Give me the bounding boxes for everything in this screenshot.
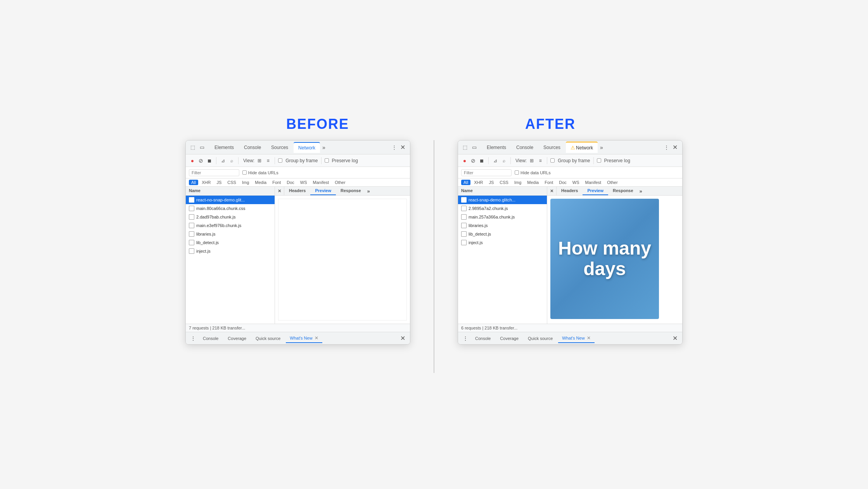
list-item[interactable]: react-snap-demo.glitch... bbox=[458, 196, 547, 204]
after-tab-network[interactable]: ⚠Network bbox=[566, 142, 598, 153]
before-filter-icon[interactable]: ⊿ bbox=[220, 157, 227, 164]
after-type-ws[interactable]: WS bbox=[570, 180, 582, 185]
before-tab-sources[interactable]: Sources bbox=[266, 142, 293, 153]
after-inspect-icon[interactable]: ⬚ bbox=[461, 144, 469, 151]
before-no-entry-icon[interactable]: ⊘ bbox=[197, 157, 204, 164]
before-tab-response[interactable]: Response bbox=[336, 187, 366, 195]
list-item[interactable]: react-no-snap-demo.glit... bbox=[186, 196, 275, 204]
after-col-close[interactable]: ✕ bbox=[547, 187, 557, 195]
list-item[interactable]: main.e3ef976b.chunk.js bbox=[186, 221, 275, 230]
before-type-doc[interactable]: Doc bbox=[284, 180, 297, 185]
before-type-other[interactable]: Other bbox=[332, 180, 348, 185]
after-mobile-icon[interactable]: ▭ bbox=[470, 144, 478, 151]
before-type-xhr[interactable]: XHR bbox=[199, 180, 213, 185]
before-bottom-whatsnew[interactable]: What's New ✕ bbox=[286, 334, 322, 343]
after-tab-console[interactable]: Console bbox=[512, 142, 538, 153]
before-bottom-console[interactable]: Console bbox=[199, 335, 222, 342]
after-bottom-whatsnew[interactable]: What's New ✕ bbox=[558, 334, 594, 343]
before-hide-urls-checkbox[interactable] bbox=[242, 170, 247, 175]
before-type-manifest[interactable]: Manifest bbox=[311, 180, 332, 185]
before-type-ws[interactable]: WS bbox=[298, 180, 310, 185]
after-bottom-close[interactable]: ✕ bbox=[671, 333, 679, 343]
before-inspect-icon[interactable]: ⬚ bbox=[189, 144, 197, 151]
after-type-all[interactable]: All bbox=[461, 180, 470, 185]
after-devtools-icons: ⬚ ▭ bbox=[461, 144, 478, 151]
after-bottom-whatsnew-close[interactable]: ✕ bbox=[587, 335, 591, 341]
before-bottom-coverage[interactable]: Coverage bbox=[224, 335, 250, 342]
before-type-img[interactable]: Img bbox=[240, 180, 251, 185]
after-type-css[interactable]: CSS bbox=[497, 180, 511, 185]
after-type-other[interactable]: Other bbox=[605, 180, 620, 185]
after-tab-preview[interactable]: Preview bbox=[583, 187, 608, 195]
after-view-list-icon[interactable]: ≡ bbox=[537, 157, 544, 164]
before-groupby-checkbox[interactable] bbox=[278, 158, 282, 163]
after-bottom-quicksource[interactable]: Quick source bbox=[524, 335, 557, 342]
before-bottom-quicksource[interactable]: Quick source bbox=[252, 335, 284, 342]
before-bottom-whatsnew-close[interactable]: ✕ bbox=[315, 335, 318, 341]
after-tab-close[interactable]: ✕ bbox=[671, 142, 679, 153]
before-bottom-close[interactable]: ✕ bbox=[399, 333, 407, 343]
after-preserve-checkbox[interactable] bbox=[597, 158, 601, 163]
before-type-css[interactable]: CSS bbox=[225, 180, 239, 185]
before-bottom-menu[interactable]: ⋮ bbox=[189, 334, 197, 343]
list-item[interactable]: inject.js bbox=[186, 247, 275, 255]
after-type-manifest[interactable]: Manifest bbox=[583, 180, 604, 185]
before-type-js[interactable]: JS bbox=[214, 180, 224, 185]
list-item[interactable]: 2.9895a7a2.chunk.js bbox=[458, 204, 547, 213]
after-view-grid-icon[interactable]: ⊞ bbox=[528, 157, 535, 164]
list-item[interactable]: 2.dad97bab.chunk.js bbox=[186, 213, 275, 221]
after-type-doc[interactable]: Doc bbox=[557, 180, 569, 185]
before-tab-menu[interactable]: ⋮ bbox=[390, 144, 398, 151]
before-col-close[interactable]: ✕ bbox=[275, 187, 284, 195]
after-type-media[interactable]: Media bbox=[525, 180, 541, 185]
before-tab-more[interactable]: » bbox=[321, 143, 327, 152]
after-camera-icon[interactable]: ◼ bbox=[478, 157, 485, 164]
before-record-icon[interactable]: ● bbox=[189, 157, 196, 164]
after-detail-more[interactable]: » bbox=[638, 187, 644, 195]
list-item[interactable]: inject.js bbox=[458, 238, 547, 247]
after-groupby-checkbox[interactable] bbox=[550, 158, 555, 163]
before-tab-elements[interactable]: Elements bbox=[210, 142, 239, 153]
after-filter-input[interactable] bbox=[461, 169, 512, 176]
list-item[interactable]: lib_detect.js bbox=[458, 230, 547, 238]
before-detail-more[interactable]: » bbox=[366, 187, 372, 195]
before-tab-preview[interactable]: Preview bbox=[310, 187, 336, 195]
list-item[interactable]: libraries.js bbox=[458, 221, 547, 230]
after-tab-response[interactable]: Response bbox=[608, 187, 638, 195]
after-no-entry-icon[interactable]: ⊘ bbox=[470, 157, 477, 164]
before-type-all[interactable]: All bbox=[189, 180, 198, 185]
before-type-font[interactable]: Font bbox=[270, 180, 283, 185]
before-tab-console[interactable]: Console bbox=[239, 142, 266, 153]
after-type-img[interactable]: Img bbox=[512, 180, 524, 185]
before-type-media[interactable]: Media bbox=[252, 180, 269, 185]
after-search-icon[interactable]: ⌕ bbox=[500, 157, 507, 164]
before-tab-close[interactable]: ✕ bbox=[399, 142, 407, 153]
after-type-xhr[interactable]: XHR bbox=[472, 180, 485, 185]
list-item[interactable]: main.80ca66ca.chunk.css bbox=[186, 204, 275, 213]
after-type-font[interactable]: Font bbox=[542, 180, 555, 185]
after-tab-sources[interactable]: Sources bbox=[539, 142, 565, 153]
after-bottom-menu[interactable]: ⋮ bbox=[461, 334, 470, 343]
after-type-js[interactable]: JS bbox=[486, 180, 496, 185]
list-item[interactable]: libraries.js bbox=[186, 230, 275, 238]
before-view-list-icon[interactable]: ≡ bbox=[265, 157, 271, 164]
after-tab-headers[interactable]: Headers bbox=[557, 187, 583, 195]
before-filter-input[interactable] bbox=[189, 169, 239, 176]
before-preserve-checkbox[interactable] bbox=[325, 158, 329, 163]
list-item[interactable]: main.257a366a.chunk.js bbox=[458, 213, 547, 221]
after-tab-elements[interactable]: Elements bbox=[482, 142, 511, 153]
after-hide-urls-checkbox[interactable] bbox=[515, 170, 519, 175]
after-record-icon[interactable]: ● bbox=[461, 157, 468, 164]
after-bottom-console[interactable]: Console bbox=[471, 335, 495, 342]
before-mobile-icon[interactable]: ▭ bbox=[198, 144, 206, 151]
before-view-grid-icon[interactable]: ⊞ bbox=[256, 157, 263, 164]
after-bottom-coverage[interactable]: Coverage bbox=[496, 335, 522, 342]
before-tab-headers[interactable]: Headers bbox=[284, 187, 310, 195]
after-tab-menu[interactable]: ⋮ bbox=[662, 144, 670, 151]
after-filter-icon[interactable]: ⊿ bbox=[492, 157, 499, 164]
before-tab-network[interactable]: Network bbox=[294, 142, 320, 153]
after-tab-more[interactable]: » bbox=[598, 143, 605, 152]
before-camera-icon[interactable]: ◼ bbox=[206, 157, 213, 164]
list-item[interactable]: lib_detect.js bbox=[186, 238, 275, 247]
before-search-icon[interactable]: ⌕ bbox=[228, 157, 235, 164]
